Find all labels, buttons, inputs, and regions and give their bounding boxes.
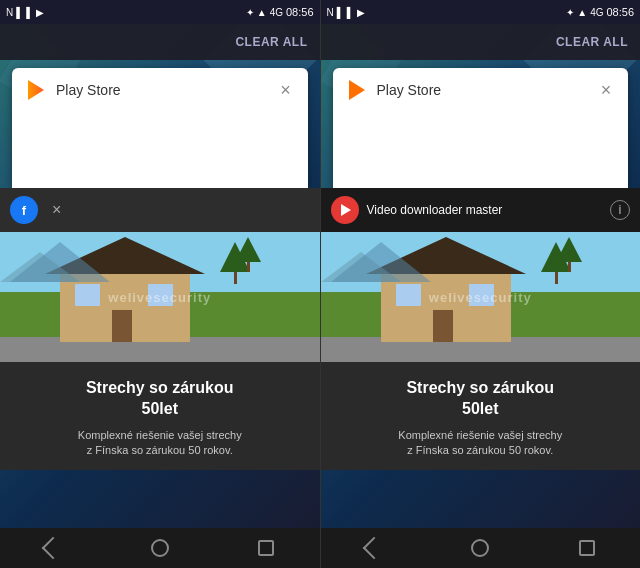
top-bar-left: CLEAR ALL [0,24,320,60]
video-dl-text: Video downloader master [367,203,611,217]
signal-icon2: ▌ [26,7,33,18]
play-icon-r: ▶ [357,7,365,18]
playstore-icon-left [24,78,48,102]
time-display-right: 08:56 [606,6,634,18]
bottom-nav-right [321,528,641,568]
back-button-left[interactable] [39,534,67,562]
network-icon-r: N [327,7,334,18]
svg-rect-23 [433,310,453,342]
top-bar-right: CLEAR ALL [321,24,641,60]
info-button[interactable]: i [610,200,630,220]
status-bar-left: N ▌ ▌ ▶ ✦ ▲ 4G 08:56 [0,0,320,24]
fb-icon-left: f [10,196,38,224]
playstore-title-left: Play Store [56,82,121,98]
watermark-left: welivesecurity [108,290,211,305]
house-image-right: welivesecurity [321,232,641,362]
svg-rect-21 [396,284,421,306]
house-image-left: welivesecurity [0,232,320,362]
text-area-right: Strechy so zárukou 50let Komplexné rieše… [321,362,641,470]
svg-rect-12 [247,262,250,272]
back-button-right[interactable] [360,534,388,562]
bluetooth-icon-r: ✦ [566,7,574,18]
sub-text-left: Komplexné riešenie vašej strechy z Fínsk… [14,428,306,459]
home-icon-right [471,539,489,557]
svg-rect-10 [234,272,237,284]
back-icon-right [362,537,385,560]
content-area-right: Play Store × Video downloader master i [321,60,641,568]
text-area-left: Strechy so zárukou 50let Komplexné rieše… [0,362,320,470]
phone-panel-left: N ▌ ▌ ▶ ✦ ▲ 4G 08:56 CLEAR ALL [0,0,320,568]
svg-marker-15 [349,80,365,100]
video-play-triangle [341,204,351,216]
playstore-icon-right [345,78,369,102]
playstore-close-left[interactable]: × [274,78,298,102]
status-bar-right: N ▌ ▌ ▶ ✦ ▲ 4G 08:56 [321,0,641,24]
play-icon: ▶ [36,7,44,18]
bottom-nav-left [0,528,320,568]
network-icon: N [6,7,13,18]
svg-rect-27 [568,262,571,272]
video-dl-bar: Video downloader master i [321,188,641,232]
status-icons-right-right: ✦ ▲ 4G 08:56 [566,6,634,18]
recents-icon-right [579,540,595,556]
status-icons-right-left: N ▌ ▌ ▶ [327,7,365,18]
home-button-right[interactable] [466,534,494,562]
playstore-title-right: Play Store [377,82,442,98]
main-heading-left: Strechy so zárukou 50let [14,378,306,420]
status-icons-left: N ▌ ▌ ▶ [6,7,44,18]
ad-close-left[interactable]: × [52,201,61,219]
svg-rect-25 [555,272,558,284]
svg-rect-6 [75,284,100,306]
card-header-left: Play Store × [12,68,308,112]
wifi-icon-r: ▲ [577,7,587,18]
signal-icon-r: ▌ [337,7,344,18]
svg-marker-0 [28,80,44,100]
signal-icon2-r: ▌ [347,7,354,18]
clear-all-button-right[interactable]: CLEAR ALL [556,35,628,49]
playstore-card-right: Play Store × [333,68,629,188]
phone-panel-right: N ▌ ▌ ▶ ✦ ▲ 4G 08:56 CLEAR ALL Play Stor… [321,0,641,568]
main-heading-right: Strechy so zárukou 50let [335,378,627,420]
playstore-close-right[interactable]: × [594,78,618,102]
watermark-right: welivesecurity [429,290,532,305]
recents-button-left[interactable] [252,534,280,562]
lte-icon: 4G [270,7,283,18]
home-icon-left [151,539,169,557]
card-body-left [12,112,308,188]
sub-text-right: Komplexné riešenie vašej strechy z Fínsk… [335,428,627,459]
playstore-card-left: Play Store × [12,68,308,188]
card-body-right [333,112,629,188]
wifi-icon: ▲ [257,7,267,18]
recents-button-right[interactable] [573,534,601,562]
clear-all-button-left[interactable]: CLEAR ALL [235,35,307,49]
content-area-left: Play Store × f × [0,60,320,568]
bluetooth-icon: ✦ [246,7,254,18]
ad-bar-left: f × [0,188,320,232]
card-header-right: Play Store × [333,68,629,112]
signal-icon: ▌ [16,7,23,18]
svg-rect-8 [112,310,132,342]
video-dl-icon [331,196,359,224]
status-icons-right: ✦ ▲ 4G 08:56 [246,6,314,18]
back-icon-left [42,537,65,560]
lte-icon-r: 4G [590,7,603,18]
recents-icon-left [258,540,274,556]
home-button-left[interactable] [146,534,174,562]
time-display-left: 08:56 [286,6,314,18]
